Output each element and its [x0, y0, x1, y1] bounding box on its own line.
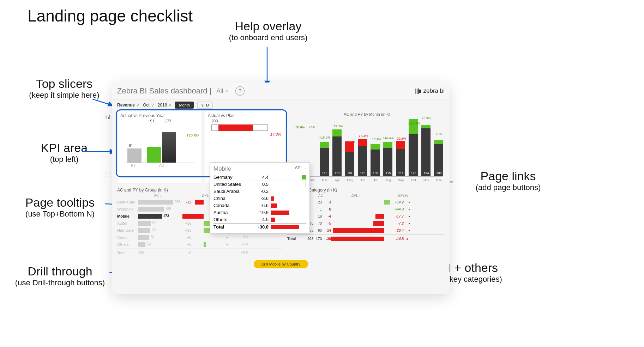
page-tooltip: Mobile ΔPL ↓ Germany4.4United States0.5S… [210, 162, 310, 233]
granularity-month-button[interactable]: Month [175, 102, 194, 109]
arrow-slicers [92, 97, 114, 108]
chevron-down-icon: ∨ [225, 89, 228, 93]
card-title: Actual vs Plan [208, 113, 283, 118]
month-slicer[interactable]: Oct∨ [143, 103, 154, 108]
dashboard-header: Zebra BI Sales dashboard | All ∨ ? |||ıı… [112, 83, 450, 99]
granularity-ytd-button[interactable]: YTD [197, 102, 213, 109]
month-chart-title: AC and PY by Month (in K) [291, 112, 443, 116]
svg-line-2 [92, 99, 109, 104]
kpi-chart-2: 203 -14.8% PL [208, 118, 283, 168]
metric-slicer[interactable]: Revenue∨ [117, 103, 139, 108]
page-title: Landing page checklist [28, 6, 193, 25]
dashboard-body: 📊 ⛶ Actual vs Previous Year 81 +91 173 +… [112, 111, 450, 273]
dashboard-container: Zebra BI Sales dashboard | All ∨ ? |||ıı… [112, 83, 450, 294]
kpi-chart-1: 81 +91 173 +112.5% PY AC [120, 118, 198, 168]
product-table-card[interactable]: by Product Category (in K) AC ΔPL ↓ ΔPL%… [287, 188, 445, 256]
annotation-drill-through: Drill through (use Drill-through buttons… [0, 264, 120, 287]
secondary-slicers: Revenue∨ Oct∨ 2018∨ Month YTD [112, 99, 450, 111]
annotation-page-links: Page links (add page buttons) [455, 169, 561, 192]
chevron-down-icon: ∨ [136, 103, 139, 108]
tooltip-column: ΔPL ↓ [295, 165, 306, 172]
zebra-bar-icon: |||ıı [415, 88, 421, 94]
dashboard-title: Zebra BI Sales dashboard | [117, 86, 211, 96]
card-title: Actual vs Previous Year [120, 113, 198, 118]
drill-through-button[interactable]: Drill Mobile by Country [254, 260, 308, 268]
annotation-page-tooltips: Page tooltips (use Top+Bottom N) [7, 196, 113, 219]
annotation-top-slicers: Top slicers (keep it simple here) [18, 77, 110, 100]
chart-icon[interactable]: 📊 [105, 114, 111, 119]
fullscreen-icon[interactable]: ⛶ [105, 172, 111, 178]
brand-logo: |||ıı zebra bi [415, 87, 445, 95]
filter-all-dropdown[interactable]: All ∨ [216, 87, 228, 95]
annotation-help-overlay: Help overlay (to onboard end users) [198, 19, 339, 42]
help-button[interactable]: ? [235, 86, 245, 96]
month-chart-card[interactable]: AC and PY by Month (in K) Jan+58.8%Feb+0… [289, 111, 445, 183]
card-title: by Product Category (in K) [287, 188, 445, 193]
tooltip-title: Mobile [213, 165, 231, 172]
chevron-down-icon: ∨ [168, 103, 171, 108]
chevron-down-icon: ∨ [151, 103, 154, 108]
kpi-card-prev-year[interactable]: Actual vs Previous Year 81 +91 173 +112.… [117, 111, 201, 183]
month-chart: Jan+58.8%Feb+0%Mar116+18.4%Apr161+27.2%M… [291, 118, 443, 182]
arrow-help [262, 47, 272, 85]
year-slicer[interactable]: 2018∨ [158, 103, 172, 108]
side-nav-icons: 📊 ⛶ [105, 114, 111, 178]
